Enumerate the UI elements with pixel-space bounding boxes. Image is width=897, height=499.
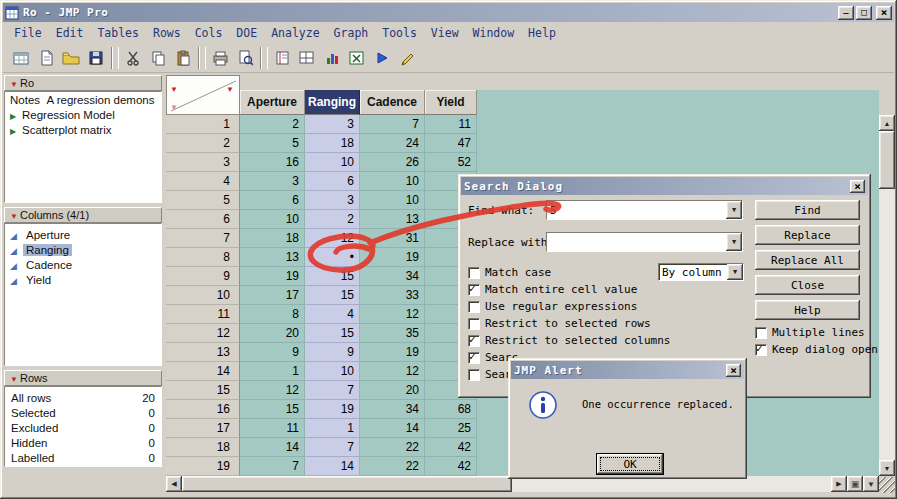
column-list-label[interactable]: Yield [23, 274, 54, 286]
find-combo[interactable] [546, 200, 743, 220]
cell-aperture[interactable]: 18 [240, 229, 305, 248]
columns-panel-header[interactable]: Columns (4/1) [4, 207, 162, 223]
cell-cadence[interactable]: 34 [360, 267, 425, 286]
cell-ranging[interactable]: 3 [305, 115, 360, 134]
cell-aperture[interactable]: 6 [240, 191, 305, 210]
cell-cadence[interactable]: 10 [360, 191, 425, 210]
ok-button[interactable]: OK [596, 453, 664, 475]
cell-cadence[interactable]: 22 [360, 457, 425, 476]
table-panel-header[interactable]: Ro [4, 75, 162, 91]
search-side-option[interactable]: Keep dialog open [755, 341, 867, 358]
cell-cadence[interactable]: 24 [360, 134, 425, 153]
row-number-cell[interactable]: 4 [166, 172, 240, 191]
cell-ranging[interactable]: 9 [305, 343, 360, 362]
checkbox-icon[interactable] [468, 301, 480, 313]
row-number-cell[interactable]: 3 [166, 153, 240, 172]
menu-item[interactable]: Tables [90, 24, 146, 42]
cell-ranging[interactable]: 19 [305, 400, 360, 419]
columns-menu-icon[interactable] [224, 78, 236, 96]
vertical-scrollbar[interactable] [879, 115, 895, 476]
cell-cadence[interactable]: 20 [360, 381, 425, 400]
replace-all-button[interactable]: Replace All [755, 250, 860, 270]
row-number-cell[interactable]: 9 [166, 267, 240, 286]
print-preview-icon[interactable] [233, 46, 257, 70]
row-number-cell[interactable]: 16 [166, 400, 240, 419]
cell-yield[interactable]: 42 [425, 457, 477, 476]
cell-cadence[interactable]: 26 [360, 153, 425, 172]
cell-yield[interactable]: 42 [425, 438, 477, 457]
cell-ranging[interactable]: 2 [305, 210, 360, 229]
row-number-cell[interactable]: 8 [166, 248, 240, 267]
cell-yield[interactable]: 11 [425, 115, 477, 134]
cell-ranging[interactable]: • [305, 248, 360, 267]
row-number-cell[interactable]: 19 [166, 457, 240, 476]
column-header[interactable]: Cadence [360, 90, 425, 115]
cell-cadence[interactable]: 22 [360, 438, 425, 457]
cell-yield[interactable]: 47 [425, 134, 477, 153]
cell-cadence[interactable]: 12 [360, 362, 425, 381]
new-script-icon[interactable] [34, 46, 58, 70]
cell-ranging[interactable]: 15 [305, 267, 360, 286]
search-dialog-close-icon[interactable] [850, 180, 865, 193]
cell-cadence[interactable]: 10 [360, 172, 425, 191]
replace-dropdown-icon[interactable] [726, 233, 742, 251]
checkbox-icon[interactable] [468, 369, 480, 381]
row-number-cell[interactable]: 7 [166, 229, 240, 248]
minimize-button[interactable] [838, 6, 854, 20]
rows-panel-header[interactable]: Rows [4, 370, 162, 386]
menu-item[interactable]: Tools [375, 24, 424, 42]
menu-item[interactable]: Help [521, 24, 563, 42]
scroll-left-icon[interactable] [166, 476, 182, 492]
scroll-up-icon[interactable] [879, 115, 895, 131]
menu-item[interactable]: Edit [49, 24, 91, 42]
cell-yield[interactable]: 68 [425, 400, 477, 419]
cell-aperture[interactable]: 17 [240, 286, 305, 305]
cell-ranging[interactable]: 4 [305, 305, 360, 324]
find-dropdown-icon[interactable] [726, 201, 742, 219]
cell-aperture[interactable]: 12 [240, 381, 305, 400]
run-script-icon[interactable] [370, 46, 394, 70]
row-number-cell[interactable]: 14 [166, 362, 240, 381]
column-header[interactable]: Yield [425, 90, 477, 115]
run-triangle-icon[interactable] [10, 109, 22, 121]
script-item[interactable]: Scatterplot matrix [5, 122, 161, 137]
disclosure-triangle-icon[interactable] [8, 77, 20, 89]
cell-aperture[interactable]: 14 [240, 438, 305, 457]
scroll-right-icon[interactable] [831, 476, 847, 492]
cell-cadence[interactable]: 13 [360, 210, 425, 229]
search-option[interactable]: Use regular expressions [468, 298, 653, 315]
vertical-scroll-thumb[interactable] [879, 131, 895, 189]
replace-combo[interactable] [546, 232, 743, 252]
cell-ranging[interactable]: 10 [305, 362, 360, 381]
cell-ranging[interactable]: 7 [305, 438, 360, 457]
search-option[interactable]: Restrict to selected rows [468, 315, 653, 332]
cell-yield[interactable]: 25 [425, 419, 477, 438]
menu-item[interactable]: Analyze [264, 24, 326, 42]
column-list-label[interactable]: Ranging [23, 244, 72, 256]
cell-ranging[interactable]: 3 [305, 191, 360, 210]
column-list-item[interactable]: Cadence [5, 257, 161, 272]
scroll-down-icon[interactable] [879, 460, 895, 476]
journal-icon[interactable] [270, 46, 294, 70]
checkbox-icon[interactable] [468, 335, 480, 347]
cell-ranging[interactable]: 6 [305, 172, 360, 191]
row-number-cell[interactable]: 5 [166, 191, 240, 210]
disclosure-triangle-icon[interactable] [8, 209, 20, 221]
table-view-widget[interactable] [847, 476, 863, 492]
cut-icon[interactable] [121, 46, 145, 70]
cell-cadence[interactable]: 33 [360, 286, 425, 305]
replace-button[interactable]: Replace [755, 225, 860, 245]
cell-aperture[interactable]: 16 [240, 153, 305, 172]
column-list-label[interactable]: Aperture [23, 229, 73, 241]
cell-aperture[interactable]: 7 [240, 457, 305, 476]
checkbox-icon[interactable] [468, 318, 480, 330]
menu-item[interactable]: Rows [146, 24, 188, 42]
cell-cadence[interactable]: 35 [360, 324, 425, 343]
search-side-option[interactable]: Multiple lines [755, 324, 867, 341]
horizontal-scroll-thumb[interactable] [182, 476, 512, 492]
help-button[interactable]: Help [755, 300, 860, 320]
checkbox-icon[interactable] [755, 344, 767, 356]
cell-aperture[interactable]: 9 [240, 343, 305, 362]
column-header[interactable]: Aperture [240, 90, 305, 115]
find-input[interactable] [547, 201, 726, 219]
